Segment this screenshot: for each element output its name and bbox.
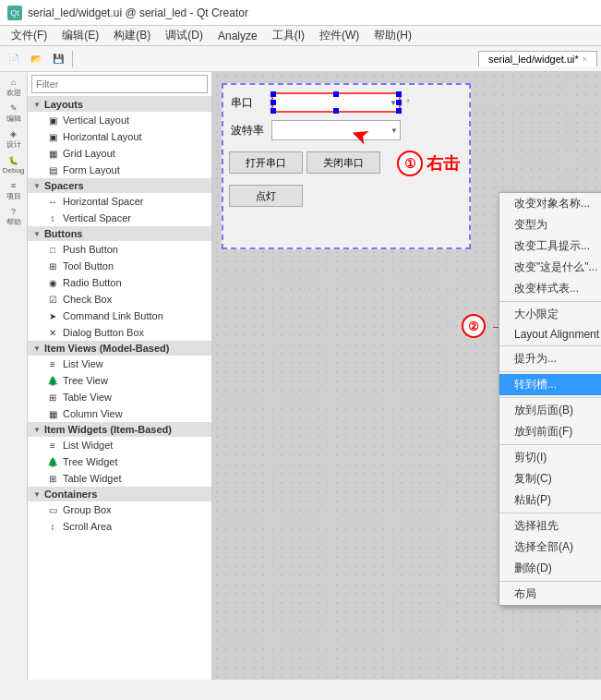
widget-item-table-view[interactable]: ⊞Table View — [28, 389, 211, 405]
ctx-label-11: 剪切(I) — [514, 450, 547, 465]
widget-item-dialog-button-box[interactable]: ✕Dialog Button Box — [28, 324, 211, 341]
widget-item-icon-tool-button: ⊞ — [46, 259, 59, 272]
widget-category-spacers[interactable]: Spacers — [28, 178, 211, 193]
widget-item-label-tool-button: Tool Button — [63, 260, 114, 272]
sidebar-icon-label-项目: 项目 — [6, 191, 21, 201]
widget-item-tree-widget[interactable]: 🌲Tree Widget — [28, 453, 211, 470]
ctx-item--i-[interactable]: 剪切(I) — [499, 447, 601, 468]
ctx-sep-6 — [499, 345, 601, 346]
sidebar-icon-欢迎[interactable]: ⌂欢迎 — [2, 76, 26, 100]
ctx-item--[interactable]: 改变工具提示... — [499, 235, 601, 257]
open-serial-btn[interactable]: 打开串口 — [229, 151, 303, 174]
widget-item-radio-button[interactable]: ◉Radio Button — [28, 274, 211, 291]
widget-item-command-link-button[interactable]: ➤Command Link Button — [28, 308, 211, 324]
menubar-item-f[interactable]: 文件(F) — [4, 26, 54, 45]
sidebar-icon-Debug[interactable]: 🐛Debug — [2, 153, 26, 177]
widget-item-table-widget[interactable]: ⊞Table Widget — [28, 470, 211, 487]
serial-combobox[interactable]: ▼ — [271, 92, 401, 113]
ctx-item--f-[interactable]: 放到前面(F) — [499, 421, 601, 442]
main-area: ⌂欢迎✎编辑◈设计🐛Debug≡项目?帮助 Layouts▣Vertical L… — [0, 72, 601, 680]
handle-mr — [396, 100, 402, 105]
widget-item-tree-view[interactable]: 🌲Tree View — [28, 372, 211, 389]
ctx-item--b-[interactable]: 放到后面(B) — [499, 400, 601, 421]
toolbar-new[interactable]: 📄 — [4, 49, 24, 69]
widget-category-item-widgets-(item-based)[interactable]: Item Widgets (Item-Based) — [28, 422, 211, 437]
ctx-item--a-[interactable]: 选择全部(A) — [499, 537, 601, 558]
widget-item-push-button[interactable]: □Push Button — [28, 241, 211, 258]
ctx-item--[interactable]: 改变"这是什么"... — [499, 257, 601, 278]
widget-item-icon-command-link-button: ➤ — [46, 309, 59, 322]
widget-item-horizontal-layout[interactable]: ▣Horizontal Layout — [28, 128, 211, 145]
ctx-item--[interactable]: 改变对象名称... — [499, 193, 601, 214]
widget-item-check-box[interactable]: ☑Check Box — [28, 291, 211, 308]
baudrate-label: 波特率 — [231, 123, 268, 139]
close-serial-btn[interactable]: 关闭串口 — [307, 151, 380, 174]
widget-item-tool-button[interactable]: ⊞Tool Button — [28, 258, 211, 274]
widget-item-vertical-spacer[interactable]: ↕Vertical Spacer — [28, 210, 211, 226]
ctx-item--[interactable]: 提升为... — [499, 348, 601, 369]
widget-item-scroll-area[interactable]: ↕Scroll Area — [28, 518, 211, 535]
widget-item-icon-check-box: ☑ — [46, 293, 59, 306]
widget-item-horizontal-spacer[interactable]: ↔Horizontal Spacer — [28, 193, 211, 210]
menubar-item-h[interactable]: 帮助(H) — [367, 26, 419, 45]
widget-item-icon-scroll-area: ↕ — [46, 520, 59, 533]
sidebar-icon-glyph-帮助: ? — [11, 207, 16, 216]
widget-item-vertical-layout[interactable]: ▣Vertical Layout — [28, 112, 211, 128]
ctx-label-13: 粘贴(P) — [514, 492, 551, 508]
tab-widget-ui[interactable]: serial_led/widget.ui* × — [478, 51, 597, 66]
widget-category-layouts[interactable]: Layouts — [28, 97, 211, 112]
ctx-item--p-[interactable]: 粘贴(P) — [499, 489, 601, 511]
widget-category-containers[interactable]: Containers — [28, 487, 211, 501]
sidebar-icon-glyph-项目: ≡ — [11, 181, 16, 190]
sidebar-icon-帮助[interactable]: ?帮助 — [2, 205, 26, 229]
ctx-label-3: 改变"这是什么"... — [514, 259, 598, 275]
widget-item-icon-tree-widget: 🌲 — [46, 455, 59, 468]
menubar-item-w[interactable]: 控件(W) — [312, 26, 367, 45]
ctx-item--[interactable]: 大小限定▶ — [499, 304, 601, 325]
ctx-label-6: Layout Alignment — [514, 328, 599, 341]
ctx-item--[interactable]: 转到槽... — [499, 374, 601, 395]
widget-item-icon-dialog-button-box: ✕ — [46, 326, 59, 339]
sidebar-icon-label-欢迎: 欢迎 — [6, 88, 21, 98]
menubar-item-analyze[interactable]: Analyze — [210, 28, 265, 44]
ctx-item--[interactable]: 变型为▶ — [499, 214, 601, 235]
ctx-item--d-[interactable]: 删除(D) — [499, 558, 601, 579]
ctx-label-7: 提升为... — [514, 351, 557, 367]
widget-item-label-vertical-spacer: Vertical Spacer — [63, 212, 131, 223]
widget-item-list-widget[interactable]: ≡List Widget — [28, 437, 211, 453]
widget-item-list-view[interactable]: ≡List View — [28, 356, 211, 372]
filter-input[interactable] — [31, 75, 208, 93]
ctx-item--[interactable]: 改变样式表... — [499, 278, 601, 299]
widget-item-icon-group-box: ▭ — [46, 503, 59, 516]
ctx-item--c-[interactable]: 复制(C) — [499, 468, 601, 489]
menubar-item-b[interactable]: 构建(B) — [106, 26, 158, 45]
ctx-sep-8 — [499, 397, 601, 398]
widget-item-group-box[interactable]: ▭Group Box — [28, 501, 211, 518]
menubar-item-i[interactable]: 工具(I) — [265, 26, 312, 45]
tab-close-btn[interactable]: × — [583, 54, 587, 64]
ctx-label-15: 选择全部(A) — [514, 539, 573, 555]
ctx-label-0: 改变对象名称... — [514, 196, 590, 211]
baudrate-combobox[interactable]: ▼ — [271, 120, 401, 140]
serial-label: 串口 — [231, 95, 268, 111]
toolbar-save[interactable]: 💾 — [48, 49, 68, 69]
sidebar-icon-设计[interactable]: ◈设计 — [2, 127, 26, 151]
widget-item-column-view[interactable]: ▦Column View — [28, 405, 211, 422]
menubar-item-d[interactable]: 调试(D) — [158, 26, 210, 45]
widget-item-label-grid-layout: Grid Layout — [63, 148, 115, 159]
widget-category-item-views-(model-based)[interactable]: Item Views (Model-Based) — [28, 341, 211, 356]
widget-item-icon-list-view: ≡ — [46, 357, 59, 370]
toolbar-open[interactable]: 📂 — [26, 49, 46, 69]
handle-br — [396, 108, 402, 114]
ctx-item-layout-alignment[interactable]: Layout Alignment▶ — [499, 325, 601, 344]
handle-tl — [270, 91, 276, 97]
sidebar-icon-编辑[interactable]: ✎编辑 — [2, 102, 26, 126]
widget-category-buttons[interactable]: Buttons — [28, 226, 211, 241]
widget-item-form-layout[interactable]: ▤Form Layout — [28, 162, 211, 178]
led-btn[interactable]: 点灯 — [229, 185, 303, 207]
ctx-item--[interactable]: 选择祖先▶ — [499, 515, 601, 537]
widget-item-grid-layout[interactable]: ▦Grid Layout — [28, 145, 211, 162]
sidebar-icon-项目[interactable]: ≡项目 — [2, 179, 26, 203]
menubar-item-e[interactable]: 编辑(E) — [54, 26, 106, 45]
ctx-item--[interactable]: 布局▶ — [499, 584, 601, 605]
